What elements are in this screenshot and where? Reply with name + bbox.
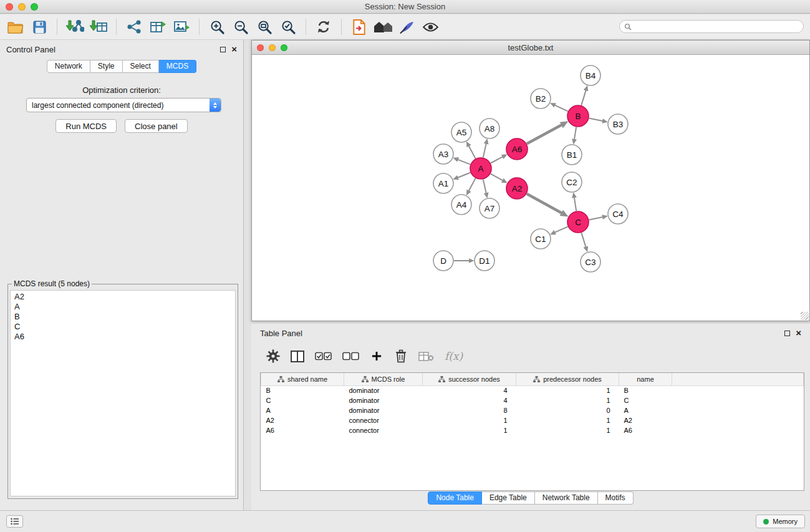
mcds-result-list[interactable]: A2ABCA6 bbox=[10, 290, 236, 496]
graph-edge-B-B1[interactable] bbox=[574, 127, 576, 140]
open-session-button[interactable] bbox=[4, 16, 27, 37]
graph-node-A3[interactable]: A3 bbox=[433, 144, 453, 164]
graph-edge-A-A3[interactable] bbox=[458, 160, 470, 165]
zoom-out-button[interactable] bbox=[229, 16, 253, 37]
table-cell[interactable]: 4 bbox=[423, 395, 516, 405]
graph-node-B2[interactable]: B2 bbox=[531, 89, 551, 109]
delete-table-button[interactable] bbox=[418, 348, 434, 364]
birdseye-view-button[interactable] bbox=[371, 16, 395, 37]
result-item[interactable]: A2 bbox=[14, 292, 231, 302]
export-image-button[interactable] bbox=[170, 16, 193, 37]
graph-edge-C-C1[interactable] bbox=[555, 226, 568, 232]
table-cell[interactable]: dominator bbox=[344, 385, 423, 395]
zoom-in-button[interactable] bbox=[205, 16, 229, 37]
table-cell[interactable]: A2 bbox=[619, 415, 672, 425]
apply-layout-button[interactable] bbox=[312, 16, 335, 37]
function-builder-button[interactable]: f(x) bbox=[445, 348, 463, 364]
graph-edge-C-C2[interactable] bbox=[574, 198, 576, 211]
graph-node-B3[interactable]: B3 bbox=[608, 114, 628, 134]
dropdown-stepper-icon[interactable] bbox=[210, 99, 221, 112]
table-cell[interactable]: 1 bbox=[516, 395, 619, 405]
network-graph[interactable]: B4B2BB3A5A8A6A3AB1A1A2C2A4A7C4CC1C3DD1 bbox=[252, 55, 809, 321]
graph-node-A4[interactable]: A4 bbox=[451, 195, 471, 215]
select-all-rows-button[interactable] bbox=[315, 348, 332, 364]
table-cell[interactable]: C bbox=[619, 395, 672, 405]
column-header-name[interactable]: name bbox=[619, 373, 672, 385]
table-cell[interactable]: 0 bbox=[516, 405, 619, 415]
search-input[interactable] bbox=[634, 22, 790, 31]
minimize-window-icon[interactable] bbox=[269, 44, 276, 51]
close-panel-icon[interactable]: × bbox=[231, 46, 237, 52]
column-header-mcds-role[interactable]: MCDS role bbox=[344, 373, 423, 385]
graph-node-A5[interactable]: A5 bbox=[451, 122, 471, 142]
graph-edge-A-A4[interactable] bbox=[469, 178, 476, 191]
graph-edge-B-B2[interactable] bbox=[555, 105, 568, 112]
tab-node-table[interactable]: Node Table bbox=[428, 491, 482, 505]
table-cell[interactable]: A2 bbox=[261, 415, 344, 425]
close-window-icon[interactable] bbox=[6, 3, 13, 11]
float-panel-icon[interactable] bbox=[784, 331, 790, 336]
graph-edge-A2-C[interactable] bbox=[527, 194, 562, 213]
graph-edge-B-B3[interactable] bbox=[589, 118, 603, 121]
graph-node-A[interactable]: A bbox=[470, 158, 491, 179]
table-cell[interactable]: B bbox=[619, 385, 672, 395]
table-row[interactable]: Bdominator41B bbox=[261, 385, 804, 395]
table-cell[interactable]: A6 bbox=[619, 425, 672, 435]
tab-edge-table[interactable]: Edge Table bbox=[482, 491, 535, 505]
table-cell[interactable]: 1 bbox=[516, 385, 619, 395]
toolbar-search-field[interactable] bbox=[619, 20, 804, 33]
graph-edge-B-B4[interactable] bbox=[581, 90, 586, 105]
graph-node-D[interactable]: D bbox=[433, 251, 453, 271]
network-window-titlebar[interactable]: testGlobe.txt bbox=[252, 41, 809, 55]
tab-style[interactable]: Style bbox=[90, 60, 123, 73]
table-cell[interactable]: 1 bbox=[516, 425, 619, 435]
optimization-criterion-dropdown[interactable]: largest connected component (directed) bbox=[26, 98, 221, 112]
tab-select[interactable]: Select bbox=[123, 60, 159, 73]
graph-edge-A6-B[interactable] bbox=[527, 125, 562, 143]
zoom-window-icon[interactable] bbox=[31, 3, 38, 11]
export-table-button[interactable] bbox=[146, 16, 170, 37]
graph-node-C3[interactable]: C3 bbox=[581, 252, 600, 272]
graph-node-B[interactable]: B bbox=[567, 105, 589, 127]
graph-edge-A-A5[interactable] bbox=[469, 146, 476, 158]
share-network-button[interactable] bbox=[122, 16, 146, 37]
table-cell[interactable]: 4 bbox=[423, 385, 516, 395]
table-row[interactable]: A6connector11A6 bbox=[261, 425, 804, 435]
table-cell[interactable]: A6 bbox=[261, 425, 344, 435]
import-network-button[interactable] bbox=[63, 16, 87, 37]
graph-edge-A-A8[interactable] bbox=[483, 143, 486, 157]
graph-node-A6[interactable]: A6 bbox=[506, 138, 528, 160]
tab-network[interactable]: Network bbox=[47, 60, 90, 73]
graph-node-A1[interactable]: A1 bbox=[433, 173, 453, 193]
save-session-button[interactable] bbox=[27, 16, 51, 37]
graph-edge-A-A1[interactable] bbox=[458, 173, 470, 178]
table-cell[interactable]: A bbox=[619, 405, 672, 415]
result-item[interactable]: A6 bbox=[14, 332, 231, 342]
create-column-button[interactable] bbox=[370, 348, 383, 364]
graphics-details-button[interactable] bbox=[418, 16, 442, 37]
node-table-container[interactable]: shared name MCDS role successor nodes pr… bbox=[260, 372, 804, 491]
table-cell[interactable]: connector bbox=[344, 415, 423, 425]
graph-edge-A-A6[interactable] bbox=[491, 157, 503, 163]
graph-node-B4[interactable]: B4 bbox=[581, 65, 600, 85]
close-window-icon[interactable] bbox=[257, 44, 264, 51]
column-header-shared-name[interactable]: shared name bbox=[261, 373, 344, 385]
table-settings-button[interactable] bbox=[266, 348, 280, 364]
zoom-window-icon[interactable] bbox=[281, 44, 287, 51]
graph-node-C1[interactable]: C1 bbox=[531, 229, 551, 249]
import-table-button[interactable] bbox=[87, 16, 110, 37]
delete-column-button[interactable] bbox=[394, 348, 408, 364]
minimize-window-icon[interactable] bbox=[18, 3, 26, 11]
graph-node-C[interactable]: C bbox=[567, 211, 589, 233]
graph-node-D1[interactable]: D1 bbox=[475, 251, 494, 271]
table-cell[interactable]: 1 bbox=[423, 415, 516, 425]
close-panel-button[interactable]: Close panel bbox=[125, 119, 188, 133]
table-cell[interactable]: 1 bbox=[423, 425, 516, 435]
run-mcds-button[interactable]: Run MCDS bbox=[55, 119, 117, 133]
zoom-fit-button[interactable] bbox=[253, 16, 276, 37]
result-item[interactable]: B bbox=[14, 312, 231, 322]
style-brush-button[interactable] bbox=[395, 16, 418, 37]
graph-node-C4[interactable]: C4 bbox=[608, 204, 628, 224]
export-file-button[interactable] bbox=[347, 16, 371, 37]
table-cell[interactable]: B bbox=[261, 385, 344, 395]
